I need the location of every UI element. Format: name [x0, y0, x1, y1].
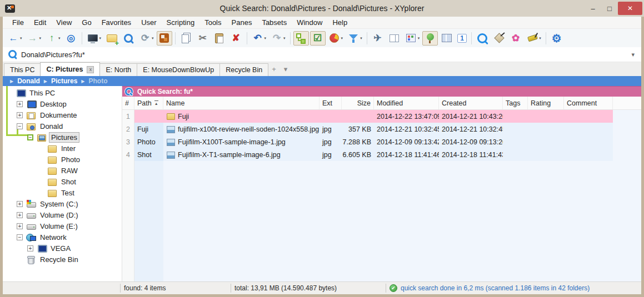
dropdown-caret-icon[interactable]: ▾ [341, 36, 343, 41]
column-header-created[interactable]: Created [439, 97, 503, 109]
dropdown-caret-icon[interactable]: ▾ [152, 36, 154, 41]
label-button[interactable] [491, 31, 507, 46]
tree-item-dokumente[interactable]: +Dokumente [3, 109, 122, 120]
expand-box[interactable]: + [17, 212, 23, 218]
tree-item-shot[interactable]: Shot [3, 176, 122, 187]
file-row[interactable]: 4ShotFujifilm-X-T1-sample-image-6.jpgjpg… [122, 148, 641, 161]
menu-item-go[interactable]: Go [77, 18, 96, 27]
tree-item-raw[interactable]: RAW [3, 165, 122, 176]
maximize-button[interactable]: □ [601, 2, 618, 14]
find-files-button[interactable] [475, 31, 490, 46]
tree-item-this-pc[interactable]: This PC [3, 87, 122, 98]
delete-button[interactable]: ✘ [228, 31, 244, 46]
menu-item-tools[interactable]: Tools [199, 18, 226, 27]
column-header-ext[interactable]: Ext [319, 97, 342, 109]
tree-item-photo[interactable]: Photo [3, 154, 122, 165]
breadcrumb-item-donald[interactable]: Donald [17, 77, 40, 85]
file-row[interactable]: 1Fuji2014-12-22 13:47:092014-12-21 10:43… [122, 110, 641, 123]
send-to-button[interactable]: ✈ [370, 31, 386, 46]
checkbox-selection-button[interactable]: ☑ [310, 31, 326, 46]
address-input[interactable]: Donald\Pictures?fu* [21, 51, 629, 59]
dropdown-caret-icon[interactable]: ▾ [360, 36, 362, 41]
tree-item-system-c[interactable]: +System (C:) [3, 198, 122, 209]
menu-item-edit[interactable]: Edit [29, 18, 51, 27]
copy-button[interactable] [178, 31, 194, 46]
configuration-button[interactable]: ⚙ [549, 31, 565, 46]
folder-size-pie-button[interactable]: ▾ [327, 31, 345, 46]
column-header-num[interactable]: # [122, 97, 134, 109]
menu-item-help[interactable]: Help [327, 18, 352, 27]
dropdown-caret-icon[interactable]: ▾ [39, 36, 42, 41]
column-header-rating[interactable]: Rating [528, 97, 564, 109]
expand-box[interactable]: + [17, 223, 23, 229]
tab-c-pictures[interactable]: C: Picturesx [40, 62, 100, 76]
highlight-folder-button[interactable] [157, 31, 172, 46]
dropdown-caret-icon[interactable]: ▾ [99, 36, 102, 41]
close-button[interactable]: ✕ [618, 2, 642, 15]
address-dropdown-button[interactable]: ▾ [629, 51, 637, 58]
back-button[interactable]: ←▾ [6, 31, 24, 46]
show-tree-button[interactable] [422, 31, 438, 46]
collapse-box[interactable]: − [27, 134, 33, 140]
tree-item-volume-e[interactable]: +Volume (E:) [3, 220, 122, 231]
tree-item-desktop[interactable]: +Desktop [3, 98, 122, 109]
menu-item-file[interactable]: File [7, 18, 29, 27]
dropdown-caret-icon[interactable]: ▾ [58, 36, 61, 41]
undo-button[interactable]: ↶▾ [250, 31, 268, 46]
file-row[interactable]: 3PhotoFujifilm-X100T-sample-image-1.jpgj… [122, 135, 641, 148]
live-filter-box-button[interactable] [121, 31, 136, 46]
expand-box[interactable]: + [17, 201, 23, 207]
tab-e-mousedownblowup[interactable]: E: MouseDownBlowUp [137, 63, 220, 76]
collapse-box[interactable]: − [17, 123, 23, 129]
cut-button[interactable]: ✂ [195, 31, 211, 46]
copy-pages-button[interactable] [387, 31, 402, 46]
customize-button[interactable]: ▾ [525, 31, 543, 46]
menu-item-view[interactable]: View [51, 18, 77, 27]
column-header-modified[interactable]: Modified [374, 97, 439, 109]
menu-item-favorites[interactable]: Favorites [97, 18, 136, 27]
new-tab-button[interactable]: + [268, 65, 280, 73]
breadcrumb-item-pictures[interactable]: Pictures [51, 77, 77, 85]
collapse-box[interactable]: − [17, 234, 23, 240]
dropdown-caret-icon[interactable]: ▾ [264, 36, 267, 41]
refresh-button[interactable]: ⟳▾ [137, 31, 156, 46]
expand-box[interactable]: + [27, 245, 33, 251]
up-button[interactable]: ↑▾ [44, 31, 62, 46]
tab-list-button[interactable]: ▾ [280, 65, 292, 73]
menu-item-tabsets[interactable]: Tabsets [257, 18, 292, 27]
menu-item-panes[interactable]: Panes [227, 18, 257, 27]
dropdown-caret-icon[interactable]: ▾ [20, 36, 22, 41]
file-row[interactable]: 2Fujifujifilm-x100t-review-neill-soden-1… [122, 123, 641, 135]
tree-item-inter[interactable]: Inter [3, 143, 122, 154]
show-desktop-button[interactable]: ▾ [85, 31, 103, 46]
tab-close-button[interactable]: x [87, 66, 94, 73]
dropdown-caret-icon[interactable]: ▾ [539, 36, 541, 41]
dropdown-caret-icon[interactable]: ▾ [283, 36, 286, 41]
address-bar[interactable]: Donald\Pictures?fu* ▾ [3, 47, 641, 62]
redo-button[interactable]: ↷▾ [269, 31, 287, 46]
tab-this-pc[interactable]: This PC [4, 63, 41, 76]
new-folder-button[interactable] [104, 31, 119, 46]
view-details-button[interactable]: ▾ [403, 31, 422, 46]
tree-item-volume-d[interactable]: +Volume (D:) [3, 209, 122, 220]
color-filter-button[interactable]: ✿ [508, 31, 523, 46]
hotlist-button[interactable]: ◎ [63, 31, 79, 46]
column-header-name[interactable]: Name [163, 97, 319, 109]
forward-button[interactable]: →▾ [25, 31, 43, 46]
tab-e-north[interactable]: E: North [99, 63, 137, 76]
menu-item-user[interactable]: User [136, 18, 161, 27]
tree-item-network[interactable]: −Network [3, 231, 122, 243]
tree-item-vega[interactable]: +VEGA [3, 243, 122, 254]
dropdown-caret-icon[interactable]: ▾ [418, 36, 420, 41]
expand-box[interactable]: + [17, 101, 23, 107]
dual-pane-button[interactable] [439, 31, 455, 46]
tree-item-pictures[interactable]: −Pictures [3, 132, 122, 143]
tab-recycle-bin[interactable]: Recycle Bin [219, 63, 268, 76]
breadcrumb-item-photo[interactable]: Photo [89, 77, 108, 85]
column-header-path[interactable]: Path▲ [134, 97, 163, 109]
tree-item-donald[interactable]: −Donald [3, 120, 122, 132]
tree-item-test[interactable]: Test [3, 187, 122, 198]
column-header-tags[interactable]: Tags [503, 97, 528, 109]
minimize-button[interactable]: – [585, 2, 601, 14]
tree-item-recycle-bin[interactable]: Recycle Bin [3, 254, 122, 265]
